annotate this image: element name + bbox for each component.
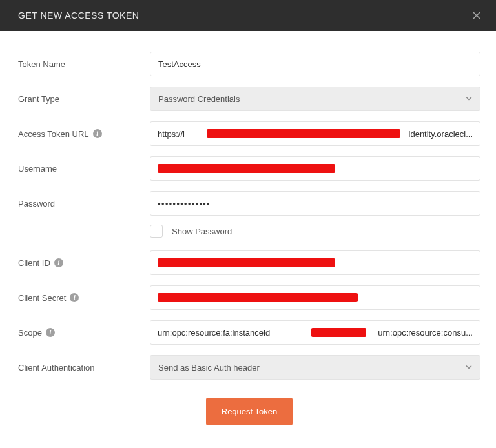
modal-body: Token Name Grant Type Password Credentia… (0, 31, 496, 448)
label-username: Username (18, 164, 150, 174)
row-grant-type: Grant Type Password Credentials (18, 87, 480, 111)
label-password: Password (18, 199, 150, 209)
request-token-button[interactable]: Request Token (206, 398, 293, 425)
label-client-secret: Client Secret i (18, 293, 150, 303)
info-icon[interactable]: i (93, 129, 102, 138)
redaction-bar (158, 164, 335, 173)
chevron-down-icon (466, 363, 472, 372)
row-username: Username (18, 156, 480, 181)
row-scope: Scope i urn:opc:resource:fa:instanceid= … (18, 320, 480, 345)
show-password-checkbox[interactable] (150, 225, 163, 238)
label-client-authentication: Client Authentication (18, 363, 150, 372)
row-token-name: Token Name (18, 52, 480, 76)
redaction-bar (311, 328, 366, 337)
redaction-bar (158, 258, 335, 267)
label-access-token-url: Access Token URL i (18, 129, 150, 139)
row-password: Password ●●●●●●●●●●●●●● (18, 191, 480, 216)
redaction-bar (158, 293, 358, 302)
row-access-token-url: Access Token URL i https://i identity.or… (18, 121, 480, 146)
client-auth-value: Send as Basic Auth header (158, 363, 260, 372)
get-access-token-modal: GET NEW ACCESS TOKEN Token Name Grant Ty… (0, 0, 496, 448)
password-masked: ●●●●●●●●●●●●●● (158, 201, 211, 207)
label-grant-type: Grant Type (18, 94, 150, 104)
token-name-input[interactable] (150, 52, 480, 76)
client-authentication-select[interactable]: Send as Basic Auth header (150, 355, 480, 380)
close-icon[interactable] (470, 9, 483, 22)
label-client-id: Client ID i (18, 258, 150, 268)
info-icon[interactable]: i (70, 293, 79, 302)
modal-header: GET NEW ACCESS TOKEN (0, 0, 496, 31)
row-client-id: Client ID i (18, 250, 480, 275)
redaction-bar (207, 129, 400, 138)
info-icon[interactable]: i (54, 258, 63, 267)
modal-title: GET NEW ACCESS TOKEN (18, 10, 139, 21)
grant-type-select[interactable]: Password Credentials (150, 87, 480, 111)
button-row: Request Token (18, 398, 480, 425)
label-show-password: Show Password (172, 227, 232, 236)
grant-type-value: Password Credentials (158, 94, 240, 104)
info-icon[interactable]: i (46, 328, 55, 337)
row-client-authentication: Client Authentication Send as Basic Auth… (18, 355, 480, 380)
chevron-down-icon (466, 94, 472, 104)
row-show-password: Show Password (150, 225, 480, 238)
label-scope: Scope i (18, 328, 150, 338)
row-client-secret: Client Secret i (18, 285, 480, 310)
label-token-name: Token Name (18, 59, 150, 69)
